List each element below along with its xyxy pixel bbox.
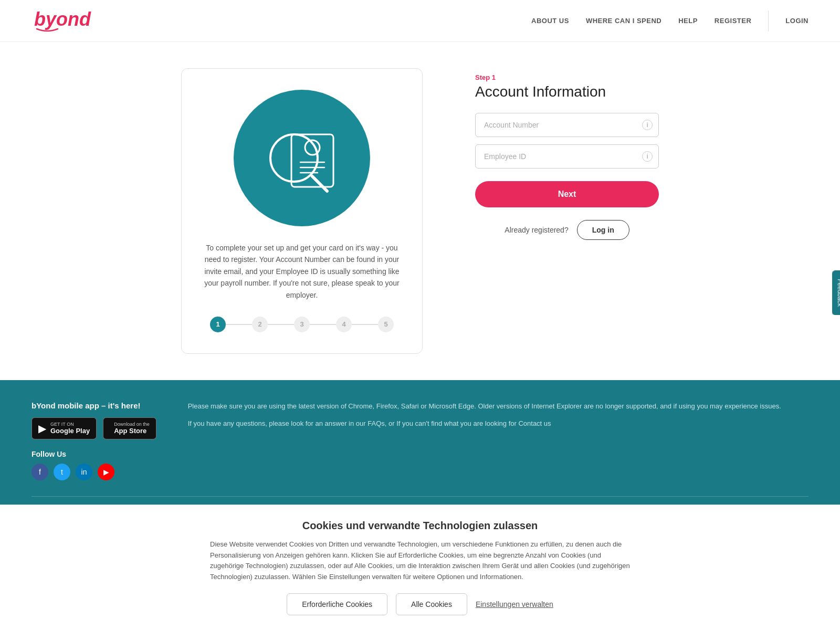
nav: ABOUT US WHERE CAN I SPEND HELP REGISTER… <box>531 10 808 32</box>
app-store-text: Download on the App Store <box>114 422 150 435</box>
already-text: Already registered? <box>505 226 568 234</box>
google-play-small: GET IT ON <box>50 422 90 427</box>
linkedin-icon[interactable]: in <box>76 464 92 480</box>
social-icons: f t in ▶ <box>32 464 156 480</box>
employee-info-icon[interactable]: i <box>642 151 653 162</box>
footer-left: bYond mobile app – it's here! ▶ GET IT O… <box>32 401 156 480</box>
cookie-title: Cookies und verwandte Technologien zulas… <box>302 520 538 532</box>
google-play-text: GET IT ON Google Play <box>50 422 90 435</box>
feedback-tab[interactable]: Feedback <box>832 270 840 315</box>
step-4: 4 <box>336 317 352 332</box>
step-line-4 <box>352 324 378 325</box>
logo[interactable]: byond <box>32 6 94 36</box>
twitter-icon[interactable]: t <box>54 464 70 480</box>
login-button[interactable]: Log in <box>577 220 629 240</box>
nav-where[interactable]: WHERE CAN I SPEND <box>586 17 662 25</box>
google-play-icon: ▶ <box>38 422 46 435</box>
app-badges: ▶ GET IT ON Google Play Download on the … <box>32 417 156 439</box>
step-5: 5 <box>378 317 394 332</box>
nav-divider <box>768 10 769 32</box>
header: byond ABOUT US WHERE CAN I SPEND HELP RE… <box>0 0 840 42</box>
nav-login[interactable]: LOGIN <box>785 17 808 25</box>
google-play-badge[interactable]: ▶ GET IT ON Google Play <box>32 417 97 439</box>
follow-section: Follow Us f t in ▶ <box>32 450 156 480</box>
cookie-banner: Cookies und verwandte Technologien zulas… <box>0 505 840 541</box>
step-2: 2 <box>252 317 268 332</box>
browser-notice-1: Please make sure you are using the lates… <box>188 401 808 412</box>
step-1: 1 <box>210 317 226 332</box>
youtube-icon[interactable]: ▶ <box>98 464 114 480</box>
nav-help[interactable]: HELP <box>678 17 698 25</box>
account-number-group: i <box>475 113 659 137</box>
browser-notice-2: If you have any questions, please look f… <box>188 418 808 429</box>
mobile-app-title: bYond mobile app – it's here! <box>32 401 156 410</box>
right-form: Step 1 Account Information i i Next Alre… <box>475 68 659 240</box>
nav-register[interactable]: REGISTER <box>715 17 751 25</box>
app-store-badge[interactable]: Download on the App Store <box>103 417 156 439</box>
illustration <box>234 90 370 226</box>
app-store-big: App Store <box>114 427 150 435</box>
footer-top: bYond mobile app – it's here! ▶ GET IT O… <box>32 401 808 480</box>
employee-id-group: i <box>475 144 659 169</box>
step-line-3 <box>310 324 336 325</box>
logo-text: byond <box>32 6 94 36</box>
follow-title: Follow Us <box>32 450 156 458</box>
nav-about[interactable]: ABOUT US <box>531 17 569 25</box>
next-button[interactable]: Next <box>475 181 659 207</box>
form-title: Account Information <box>475 83 659 100</box>
step-label: Step 1 <box>475 74 659 81</box>
step-line-1 <box>226 324 252 325</box>
svg-point-6 <box>270 134 318 182</box>
cookie-text: Diese Website verwendet Cookies von Drit… <box>210 539 630 541</box>
account-number-input[interactable] <box>475 113 659 137</box>
svg-line-7 <box>312 176 327 191</box>
svg-text:byond: byond <box>34 8 91 30</box>
step-3: 3 <box>294 317 310 332</box>
facebook-icon[interactable]: f <box>32 464 48 480</box>
main-content: To complete your set up and get your car… <box>0 42 840 380</box>
employee-id-input[interactable] <box>475 144 659 169</box>
feedback-label: Feedback <box>836 279 840 307</box>
card-description: To complete your set up and get your car… <box>197 242 406 301</box>
already-row: Already registered? Log in <box>475 220 659 240</box>
footer-divider <box>32 496 808 497</box>
app-store-small: Download on the <box>114 422 150 427</box>
step-line-2 <box>268 324 294 325</box>
steps-progress: 1 2 3 4 5 <box>197 317 406 332</box>
account-info-icon[interactable]: i <box>642 120 653 130</box>
footer-right: Please make sure you are using the lates… <box>188 401 808 429</box>
left-card: To complete your set up and get your car… <box>181 68 423 354</box>
google-play-big: Google Play <box>50 427 90 435</box>
